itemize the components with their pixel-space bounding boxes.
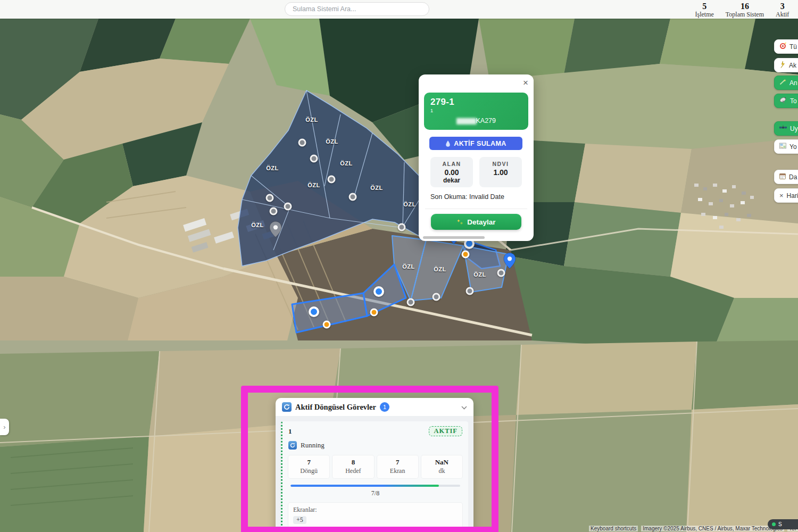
- parcel-title: 279-1: [430, 97, 522, 107]
- panel-body: 1 AKTIF Running 7Döngü8Hedef7EkranNaNdk …: [276, 417, 473, 532]
- redacted-code: ██████: [456, 118, 476, 124]
- topbar-stat: 5İşletme: [695, 1, 713, 18]
- top-bar: 5İşletme16Toplam Sistem3AktifK: [0, 0, 798, 19]
- parcel-label[interactable]: ÖZL: [307, 182, 320, 188]
- task-stat: 7Ekran: [377, 455, 418, 478]
- popup-stat: NDVI1.00: [479, 157, 522, 187]
- gray-marker[interactable]: [398, 223, 406, 231]
- close-icon[interactable]: ×: [523, 78, 528, 88]
- blue-marker[interactable]: [309, 306, 319, 317]
- blue-location-pin[interactable]: [503, 252, 516, 271]
- orange-marker[interactable]: [370, 309, 378, 317]
- task-stats: 7Döngü8Hedef7EkranNaNdk: [288, 455, 462, 478]
- popup-stats: ALAN0.00dekarNDVI1.00: [430, 157, 522, 187]
- panel-title: Aktif Döngüsel Görevler: [295, 403, 376, 412]
- gray-marker[interactable]: [407, 298, 415, 306]
- spark-icon: [779, 61, 786, 70]
- sidebar-button-yo[interactable]: Yo: [774, 139, 798, 154]
- task-stat: 8Hedef: [332, 455, 373, 478]
- parcel-label[interactable]: ÖZL: [473, 271, 486, 278]
- gray-marker[interactable]: [266, 194, 274, 202]
- online-dot-icon: [772, 522, 776, 526]
- task-status-text: Running: [301, 441, 325, 450]
- screens-box: Ekranlar: +5: [288, 503, 462, 528]
- visible-code: KA279: [476, 117, 496, 124]
- topbar-stat: 3Aktif: [776, 1, 789, 18]
- gray-marker[interactable]: [310, 155, 318, 163]
- dish-icon: [779, 97, 787, 105]
- progress-label: 7/8: [290, 489, 460, 497]
- task-progress: 7/8: [290, 485, 460, 497]
- gray-marker[interactable]: [284, 203, 292, 211]
- screens-more-chip: +5: [293, 516, 306, 524]
- gray-marker[interactable]: [433, 293, 440, 301]
- refresh-icon: [282, 402, 292, 412]
- gray-marker[interactable]: [349, 193, 357, 201]
- water-drop-icon: [445, 140, 451, 147]
- map-icon: [779, 143, 786, 151]
- status-badge: AKTIF: [429, 426, 462, 436]
- sidebar-expand-button[interactable]: ›: [0, 419, 9, 435]
- parcel-label[interactable]: ÖZL: [402, 263, 415, 270]
- sidebar-button-an[interactable]: An: [774, 76, 798, 90]
- task-id: 1: [288, 427, 292, 436]
- chevron-down-icon[interactable]: [461, 402, 467, 412]
- map-attribution: Keyboard shortcuts Imagery ©2025 Airbus,…: [589, 526, 798, 531]
- task-count-badge: 1: [380, 402, 389, 412]
- orange-marker[interactable]: [462, 251, 470, 259]
- gray-marker[interactable]: [328, 176, 336, 184]
- app-screen: ÖZLÖZLÖZLÖZLÖZLÖZLÖZLÖZLÖZLÖZLÖZL 5İşlet…: [0, 0, 798, 532]
- gray-marker[interactable]: [298, 139, 306, 147]
- popup-header: 279-1 1 ██████KA279: [424, 93, 528, 130]
- gray-location-pin[interactable]: [269, 221, 282, 240]
- panel-header[interactable]: Aktif Döngüsel Görevler 1: [276, 398, 473, 417]
- running-icon: [288, 441, 297, 450]
- topbar-stat: 16Toplam Sistem: [726, 1, 764, 18]
- task-stat: NaNdk: [421, 455, 462, 478]
- last-reading: Son Okuma: Invalid Date: [430, 193, 504, 201]
- orange-marker[interactable]: [323, 321, 331, 329]
- parcel-label[interactable]: ÖZL: [403, 201, 416, 207]
- comet-icon: [779, 79, 786, 87]
- sidebar-button-tü[interactable]: Tü: [774, 39, 798, 54]
- status-pill[interactable]: S: [768, 519, 798, 529]
- sidebar-button-to[interactable]: To: [774, 94, 798, 108]
- divider: [425, 209, 527, 209]
- progress-fill: [290, 485, 439, 487]
- parcel-label[interactable]: ÖZL: [434, 266, 446, 272]
- parcel-label[interactable]: ÖZL: [370, 185, 383, 191]
- sparkle-icon: [456, 219, 463, 226]
- sidebar-button-uy[interactable]: Uy: [774, 121, 798, 136]
- screens-label: Ekranlar:: [293, 506, 458, 514]
- task-stat: 7Döngü: [288, 455, 329, 478]
- search-input[interactable]: [285, 2, 429, 16]
- sidebar-button-da[interactable]: Da: [774, 170, 798, 184]
- gray-marker[interactable]: [466, 287, 474, 295]
- popup-stat: ALAN0.00dekar: [430, 157, 473, 187]
- details-button[interactable]: Detaylar: [431, 214, 521, 230]
- parcel-label[interactable]: ÖZL: [305, 117, 318, 123]
- target-icon: [779, 43, 786, 51]
- popup-scrollbar[interactable]: [423, 236, 529, 239]
- close-icon: ×: [779, 192, 784, 200]
- sidebar-button-hari[interactable]: ×Hari: [774, 188, 798, 203]
- keyboard-shortcuts-link[interactable]: Keyboard shortcuts: [589, 526, 638, 531]
- satellite-icon: [779, 124, 787, 132]
- parcel-code: ██████KA279: [430, 117, 522, 124]
- topbar-stats: 5İşletme16Toplam Sistem3AktifK: [695, 0, 798, 19]
- task-card[interactable]: 1 AKTIF Running 7Döngü8Hedef7EkranNaNdk …: [281, 421, 468, 532]
- active-cyclic-tasks-panel: Aktif Döngüsel Görevler 1 1 AKTIF Runnin…: [276, 398, 473, 532]
- parcel-info-popup: × 279-1 1 ██████KA279 AKTİF SULAMA ALAN0…: [419, 74, 534, 241]
- parcel-label[interactable]: ÖZL: [326, 138, 338, 145]
- sidebar-button-ak[interactable]: Ak: [774, 58, 798, 72]
- parcel-label[interactable]: ÖZL: [266, 165, 279, 171]
- gray-marker[interactable]: [270, 207, 278, 215]
- parcel-subtitle: 1: [430, 108, 522, 113]
- imagery-credit: Imagery ©2025 Airbus, CNES / Airbus, Max…: [641, 526, 784, 531]
- parcel-label[interactable]: ÖZL: [251, 222, 264, 228]
- active-irrigation-button[interactable]: AKTİF SULAMA: [429, 137, 522, 150]
- parcel-label[interactable]: ÖZL: [340, 160, 353, 167]
- blue-marker[interactable]: [373, 286, 384, 297]
- calendar-icon: [779, 173, 786, 181]
